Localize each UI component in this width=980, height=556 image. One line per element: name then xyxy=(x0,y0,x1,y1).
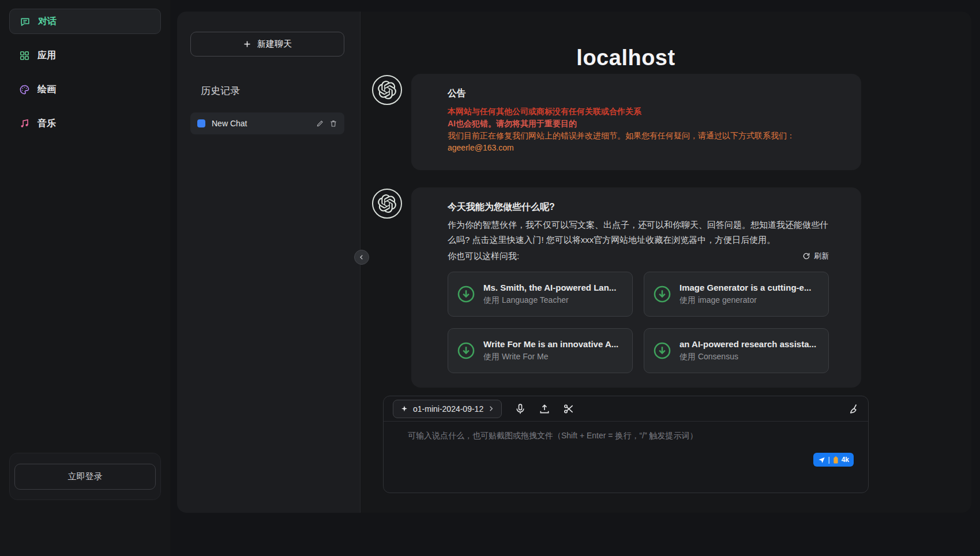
suggestion-subtitle: 使用 Consensus xyxy=(679,352,816,362)
composer: o1-mini-2024-09-12 | 4k xyxy=(383,396,869,493)
plus-icon xyxy=(243,40,251,48)
app-window: 对话 应用 绘画 音乐 立即登录 新建聊天 历史记录 xyxy=(0,0,980,556)
token-count: 4k xyxy=(842,456,849,464)
welcome-message: 今天我能为您做些什么呢? 作为你的智慧伙伴，我不仅可以写文案、出点子，还可以和你… xyxy=(411,187,861,388)
suggestion-card[interactable]: Image Generator is a cutting-e... 使用 ima… xyxy=(644,272,829,317)
download-circle-icon xyxy=(456,341,476,360)
welcome-title: 今天我能为您做些什么呢? xyxy=(448,201,829,213)
suggestion-card[interactable]: Write For Me is an innovative A... 使用 Wr… xyxy=(448,328,633,373)
ask-hint: 你也可以这样问我: xyxy=(448,249,519,264)
suggestion-grid: Ms. Smith, the AI-powered Lan... 使用 Lang… xyxy=(448,272,829,373)
scissors-icon[interactable] xyxy=(563,403,575,415)
suggestion-subtitle: 使用 Language Teacher xyxy=(483,295,616,306)
suggestion-subtitle: 使用 Write For Me xyxy=(483,352,618,362)
music-note-icon xyxy=(19,118,30,129)
contact-email-link[interactable]: ageerle@163.com xyxy=(448,142,829,154)
openai-logo-icon xyxy=(378,194,396,213)
sidebar-item-label: 对话 xyxy=(38,16,57,28)
suggestion-title: an AI-powered research assista... xyxy=(679,339,816,349)
chevron-right-icon xyxy=(488,405,494,412)
refresh-icon xyxy=(802,252,810,260)
assistant-avatar xyxy=(372,75,402,105)
composer-toolbar: o1-mini-2024-09-12 xyxy=(384,396,868,422)
sidebar-item-music[interactable]: 音乐 xyxy=(9,111,161,136)
suggestion-text: Ms. Smith, the AI-powered Lan... 使用 Lang… xyxy=(483,283,616,306)
collapse-sidebar-button[interactable] xyxy=(354,250,369,265)
announcement-title: 公告 xyxy=(448,88,829,100)
page-title: localhost xyxy=(361,46,891,70)
sidebar-item-drawing[interactable]: 绘画 xyxy=(9,77,161,102)
new-chat-label: 新建聊天 xyxy=(257,39,292,50)
upload-icon[interactable] xyxy=(539,403,550,415)
battery-icon xyxy=(833,456,839,464)
sidebar-item-label: 应用 xyxy=(37,50,56,62)
hint-row: 你也可以这样问我: 刷新 xyxy=(448,249,829,264)
sidebar-item-label: 音乐 xyxy=(37,118,56,130)
broom-clear-icon[interactable] xyxy=(847,403,859,415)
download-circle-icon xyxy=(652,341,672,360)
chat-item-title: New Chat xyxy=(212,119,311,128)
suggestion-text: an AI-powered research assista... 使用 Con… xyxy=(679,339,816,362)
refresh-button[interactable]: 刷新 xyxy=(802,251,829,261)
announcement-line: 我们目前正在修复我们网站上的错误并改进细节。如果您有任何疑问，请通过以下方式联系… xyxy=(448,130,829,142)
download-circle-icon xyxy=(456,284,476,304)
message-input[interactable] xyxy=(407,430,830,477)
chevron-left-icon xyxy=(359,254,365,260)
announcement-line: 本网站与任何其他公司或商标没有任何关联或合作关系 xyxy=(448,106,829,118)
send-icon xyxy=(818,456,825,464)
sparkle-icon xyxy=(400,405,408,413)
palette-icon xyxy=(19,84,30,95)
model-selector[interactable]: o1-mini-2024-09-12 xyxy=(393,400,502,418)
chat-list-item[interactable]: New Chat xyxy=(190,112,344,134)
suggestion-title: Write For Me is an innovative A... xyxy=(483,339,618,349)
chat-item-icon xyxy=(197,119,205,127)
token-count-badge[interactable]: | 4k xyxy=(813,453,854,467)
history-title: 历史记录 xyxy=(201,84,240,97)
apps-grid-icon xyxy=(19,50,30,61)
download-circle-icon xyxy=(652,284,672,304)
openai-logo-icon xyxy=(378,81,396,99)
refresh-label: 刷新 xyxy=(814,251,829,261)
sidebar: 对话 应用 绘画 音乐 立即登录 xyxy=(0,0,170,556)
suggestion-card[interactable]: Ms. Smith, the AI-powered Lan... 使用 Lang… xyxy=(448,272,633,317)
announcement-line: AI也会犯错。请勿将其用于重要目的 xyxy=(448,118,829,130)
sidebar-item-chat[interactable]: 对话 xyxy=(9,9,161,34)
assistant-avatar xyxy=(372,189,402,219)
trash-icon[interactable] xyxy=(329,119,337,127)
chat-bubble-icon xyxy=(20,16,31,27)
suggestion-text: Write For Me is an innovative A... 使用 Wr… xyxy=(483,339,618,362)
microphone-icon[interactable] xyxy=(515,403,526,415)
suggestion-title: Image Generator is a cutting-e... xyxy=(679,283,811,292)
suggestion-subtitle: 使用 image generator xyxy=(679,295,811,306)
welcome-body: 作为你的智慧伙伴，我不仅可以写文案、出点子，还可以和你聊天、回答问题。想知道我还… xyxy=(448,217,829,247)
suggestion-card[interactable]: an AI-powered research assista... 使用 Con… xyxy=(644,328,829,373)
badge-divider: | xyxy=(828,456,830,464)
sidebar-item-apps[interactable]: 应用 xyxy=(9,43,161,68)
login-button[interactable]: 立即登录 xyxy=(14,464,156,490)
suggestion-text: Image Generator is a cutting-e... 使用 ima… xyxy=(679,283,811,306)
edit-pencil-icon[interactable] xyxy=(316,119,324,127)
suggestion-title: Ms. Smith, the AI-powered Lan... xyxy=(483,283,616,292)
sidebar-item-label: 绘画 xyxy=(37,84,56,96)
login-panel: 立即登录 xyxy=(9,453,161,500)
announcement-message: 公告 本网站与任何其他公司或商标没有任何关联或合作关系 AI也会犯错。请勿将其用… xyxy=(411,74,861,170)
model-label: o1-mini-2024-09-12 xyxy=(413,404,483,414)
new-chat-button[interactable]: 新建聊天 xyxy=(190,32,344,57)
